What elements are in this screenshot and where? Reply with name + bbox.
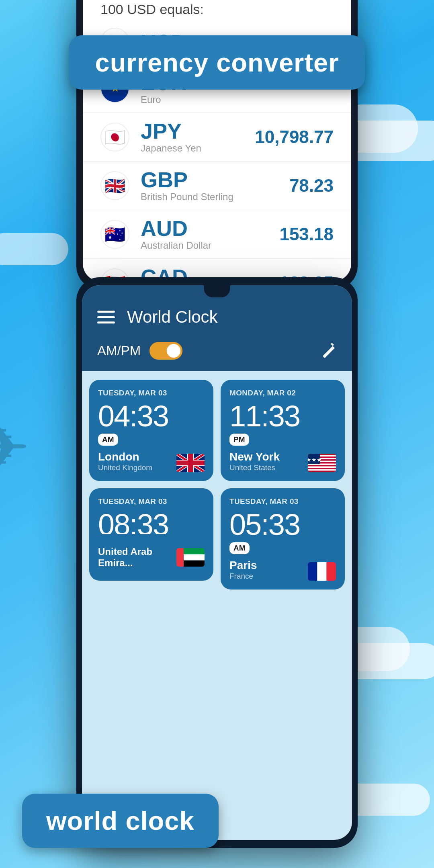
paris-date: TUESDAY, MAR 03 [229, 497, 336, 506]
aud-value: 153.18 [279, 224, 334, 244]
gbp-name: British Pound Sterling [141, 191, 289, 203]
france-flag [308, 562, 336, 581]
london-clock-card[interactable]: TUESDAY, MAR 03 04:33 AM London United K… [89, 380, 213, 481]
uk-flag [176, 454, 205, 472]
hundred-usd-label: 100 USD equals: [100, 2, 334, 17]
aud-flag: 🇦🇺 [100, 220, 129, 249]
currency-converter-label-text: currency converter [95, 48, 339, 77]
world-clock-app-title: World Clock [127, 307, 218, 327]
london-date: TUESDAY, MAR 03 [98, 389, 205, 397]
paris-ampm-badge: AM [229, 542, 250, 554]
uae-city-name: United Arab Emira... [98, 546, 176, 569]
gbp-info: GBP British Pound Sterling [141, 169, 289, 203]
paris-city-info: Paris France [229, 559, 257, 581]
clock-grid: TUESDAY, MAR 03 04:33 AM London United K… [82, 371, 352, 598]
uae-clock-card[interactable]: TUESDAY, MAR 03 08:33 United Arab Emira.… [89, 488, 213, 581]
paris-city-name: Paris [229, 559, 257, 572]
london-city-name: London [98, 450, 152, 463]
toggle-knob-front [167, 344, 180, 358]
paris-city-row: Paris France [229, 559, 336, 581]
us-flag: ★★★ [308, 454, 336, 472]
uae-time: 08:33 [98, 510, 205, 534]
gbp-flag: 🇬🇧 [100, 171, 129, 200]
aud-code: AUD [141, 217, 279, 239]
airplane-decoration: ✈ [0, 410, 30, 485]
uae-city-row: United Arab Emira... [98, 546, 205, 569]
new-york-city-row: New York United States [229, 450, 336, 472]
new-york-city-info: New York United States [229, 450, 280, 472]
svg-rect-27 [176, 548, 184, 567]
aud-row[interactable]: 🇦🇺 AUD Australian Dollar 153.18 [83, 210, 351, 259]
world-clock-toolbar: AM/PM [82, 336, 352, 371]
svg-rect-32 [317, 562, 326, 581]
ampm-label: AM/PM [97, 343, 141, 358]
hamburger-menu-button[interactable] [97, 311, 115, 323]
svg-rect-20 [308, 465, 336, 467]
phone-2-notch [204, 285, 230, 297]
svg-rect-31 [308, 562, 317, 581]
svg-rect-24 [308, 471, 336, 472]
svg-rect-28 [184, 548, 205, 554]
london-city-info: London United Kingdom [98, 450, 152, 472]
gbp-code: GBP [141, 169, 289, 190]
jpy-value: 10,798.77 [255, 127, 334, 147]
aud-info: AUD Australian Dollar [141, 217, 279, 251]
paris-time: 05:33 [229, 510, 336, 540]
uae-city-info: United Arab Emira... [98, 546, 176, 569]
gbp-row[interactable]: 🇬🇧 GBP British Pound Sterling 78.23 [83, 162, 351, 210]
uae-flag [176, 548, 205, 567]
london-time: 04:33 [98, 401, 205, 431]
jpy-flag: 🇯🇵 [100, 123, 129, 151]
jpy-info: JPY Japanese Yen [141, 120, 255, 154]
hamburger-line-1 [97, 311, 115, 313]
pencil-icon [321, 342, 337, 358]
currency-converter-label: currency converter [69, 35, 365, 90]
svg-rect-21 [308, 467, 336, 468]
new-york-date: MONDAY, MAR 02 [229, 389, 336, 397]
world-clock-label-text: world clock [46, 806, 194, 835]
svg-rect-23 [308, 469, 336, 471]
london-country: United Kingdom [98, 463, 152, 472]
jpy-code: JPY [141, 120, 255, 142]
paris-clock-card[interactable]: TUESDAY, MAR 03 05:33 AM Paris France [221, 488, 345, 590]
svg-rect-33 [327, 562, 336, 581]
paris-country: France [229, 572, 257, 581]
london-ampm-badge: AM [98, 434, 118, 446]
hamburger-line-3 [97, 321, 115, 323]
cloud-6 [0, 233, 68, 265]
phone-2-screen: World Clock AM/PM TUESD [82, 285, 352, 840]
eur-name: Euro [141, 94, 334, 105]
currency-header: 100 USD equals: [83, 0, 351, 20]
new-york-clock-card[interactable]: MONDAY, MAR 02 11:33 PM New York United … [221, 380, 345, 481]
ampm-toggle[interactable] [149, 342, 182, 360]
hamburger-line-2 [97, 316, 115, 318]
london-city-row: London United Kingdom [98, 450, 205, 472]
edit-button[interactable] [321, 342, 337, 360]
new-york-ampm-badge: PM [229, 434, 249, 446]
ampm-container: AM/PM [97, 342, 182, 360]
world-clock-label: world clock [22, 794, 219, 848]
svg-rect-30 [184, 561, 205, 567]
gbp-value: 78.23 [289, 176, 334, 196]
jpy-name: Japanese Yen [141, 143, 255, 154]
svg-rect-19 [308, 464, 336, 465]
new-york-city-name: New York [229, 450, 280, 463]
uae-date: TUESDAY, MAR 03 [98, 497, 205, 506]
new-york-country: United States [229, 463, 280, 472]
svg-text:★★★: ★★★ [308, 457, 322, 463]
jpy-row[interactable]: 🇯🇵 JPY Japanese Yen 10,798.77 [83, 113, 351, 162]
svg-rect-29 [184, 554, 205, 560]
svg-rect-10 [176, 461, 205, 465]
aud-name: Australian Dollar [141, 240, 279, 251]
new-york-time: 11:33 [229, 401, 336, 431]
phone-2: World Clock AM/PM TUESD [76, 277, 358, 848]
svg-rect-22 [308, 468, 336, 469]
